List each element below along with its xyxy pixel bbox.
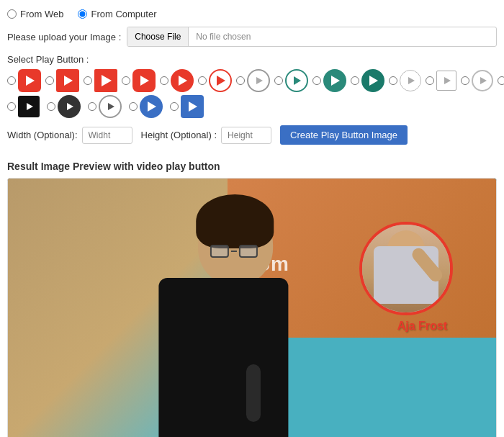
play-button-9[interactable] bbox=[323, 69, 346, 92]
play-button-5[interactable] bbox=[171, 69, 194, 92]
create-button[interactable]: Create Play Button Image bbox=[280, 125, 408, 145]
from-web-label: From Web bbox=[20, 9, 63, 19]
avatar-name: Aja Frost bbox=[397, 320, 447, 333]
from-web-option[interactable]: From Web bbox=[7, 9, 63, 19]
play-button-7[interactable] bbox=[247, 69, 270, 92]
play-buttons-row-1 bbox=[7, 69, 497, 92]
play-btn-radio-9[interactable] bbox=[312, 76, 321, 85]
play-btn-radio-14[interactable] bbox=[498, 76, 504, 85]
microphone bbox=[246, 364, 261, 422]
height-label: Height (Optional) : bbox=[141, 130, 217, 140]
play-button-4[interactable] bbox=[132, 69, 156, 92]
play-btn-radio-12[interactable] bbox=[426, 76, 434, 85]
play-icon-20 bbox=[189, 102, 197, 112]
play-btn-radio-19[interactable] bbox=[129, 102, 138, 111]
play-icon-10 bbox=[369, 76, 378, 86]
height-input[interactable] bbox=[221, 127, 271, 144]
width-field-group: Width (Optional): bbox=[7, 127, 132, 144]
preview-container: elcom Aja Frost bbox=[7, 178, 497, 437]
play-btn-radio-10[interactable] bbox=[351, 76, 359, 85]
glass-left bbox=[210, 245, 229, 258]
avatar-bg bbox=[362, 225, 450, 312]
person-hair bbox=[196, 194, 274, 248]
play-button-18[interactable] bbox=[99, 95, 122, 118]
play-icon-7 bbox=[256, 77, 263, 84]
from-web-radio[interactable] bbox=[7, 9, 17, 19]
play-icon-17 bbox=[67, 103, 73, 110]
height-field-group: Height (Optional) : bbox=[141, 127, 272, 144]
play-button-12[interactable] bbox=[436, 71, 456, 91]
glass-right bbox=[239, 245, 258, 258]
play-icon-6 bbox=[217, 76, 225, 86]
play-button-8[interactable] bbox=[285, 69, 308, 92]
glasses bbox=[210, 245, 258, 258]
play-icon-9 bbox=[331, 76, 340, 86]
play-icon-8 bbox=[294, 76, 301, 85]
choose-file-button[interactable]: Choose File bbox=[127, 27, 189, 46]
from-computer-option[interactable]: From Computer bbox=[78, 9, 156, 19]
upload-label: Please upload your Image : bbox=[7, 32, 121, 42]
play-buttons-row-2 bbox=[7, 95, 497, 118]
preview-scene: elcom Aja Frost bbox=[8, 179, 496, 437]
file-name-text: No file chosen bbox=[189, 32, 258, 42]
play-icon-16 bbox=[27, 103, 33, 110]
play-btn-radio-17[interactable] bbox=[47, 102, 55, 111]
play-btn-radio-8[interactable] bbox=[274, 76, 283, 85]
play-btn-radio-11[interactable] bbox=[389, 76, 397, 85]
play-icon-12 bbox=[444, 77, 451, 84]
play-icon-11 bbox=[408, 77, 415, 84]
play-button-20[interactable] bbox=[181, 95, 204, 118]
play-button-19[interactable] bbox=[140, 95, 163, 118]
play-icon-3 bbox=[102, 75, 112, 86]
play-icon-4 bbox=[140, 76, 149, 86]
width-label: Width (Optional): bbox=[7, 130, 78, 140]
play-btn-radio-13[interactable] bbox=[461, 76, 469, 85]
play-button-16[interactable] bbox=[18, 96, 40, 117]
upload-box: Choose File No file chosen bbox=[127, 27, 497, 47]
play-button-11[interactable] bbox=[400, 70, 421, 91]
play-button-13[interactable] bbox=[472, 70, 493, 91]
play-button-2[interactable] bbox=[56, 69, 79, 92]
select-play-button-label: Select Play Button : bbox=[7, 54, 497, 65]
result-label: Result Image Preview with video play but… bbox=[7, 161, 497, 172]
play-btn-radio-7[interactable] bbox=[236, 76, 245, 85]
play-btn-radio-6[interactable] bbox=[198, 76, 207, 85]
play-btn-radio-1[interactable] bbox=[7, 76, 16, 85]
play-btn-radio-5[interactable] bbox=[160, 76, 168, 85]
play-btn-radio-3[interactable] bbox=[84, 76, 92, 85]
play-icon-13 bbox=[480, 77, 487, 84]
from-computer-label: From Computer bbox=[91, 9, 156, 19]
play-icon-5 bbox=[179, 76, 187, 86]
play-button-3[interactable] bbox=[94, 69, 117, 92]
avatar-circle bbox=[359, 222, 453, 315]
play-btn-radio-2[interactable] bbox=[45, 76, 54, 85]
play-button-6[interactable] bbox=[209, 69, 232, 92]
play-btn-radio-20[interactable] bbox=[170, 102, 179, 111]
play-button-1[interactable] bbox=[18, 69, 41, 92]
glass-bridge bbox=[231, 251, 237, 252]
play-button-17[interactable] bbox=[58, 95, 81, 118]
play-button-10[interactable] bbox=[361, 69, 384, 92]
play-icon-19 bbox=[148, 102, 156, 112]
play-btn-radio-4[interactable] bbox=[122, 76, 130, 85]
width-input[interactable] bbox=[82, 127, 132, 144]
play-icon-1 bbox=[26, 76, 35, 86]
person-body bbox=[158, 278, 288, 437]
play-icon-18 bbox=[108, 103, 114, 110]
from-computer-radio[interactable] bbox=[78, 9, 87, 19]
play-btn-radio-16[interactable] bbox=[7, 102, 16, 111]
play-btn-radio-18[interactable] bbox=[88, 102, 96, 111]
play-icon-2 bbox=[64, 76, 73, 86]
